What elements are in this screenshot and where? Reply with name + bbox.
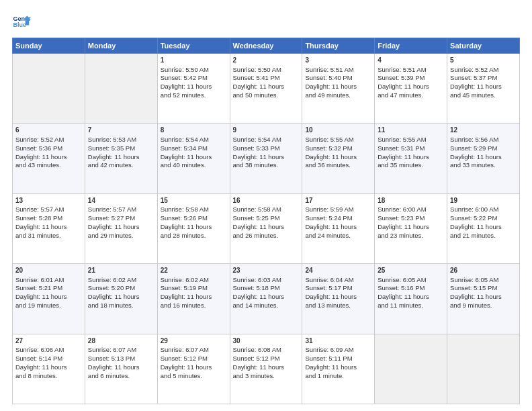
day-number: 12 bbox=[450, 126, 517, 135]
day-number: 3 bbox=[305, 56, 371, 65]
day-number: 10 bbox=[305, 126, 371, 135]
day-cell: 2Sunrise: 5:50 AMSunset: 5:41 PMDaylight… bbox=[230, 54, 302, 124]
day-cell: 11Sunrise: 5:55 AMSunset: 5:31 PMDayligh… bbox=[375, 124, 447, 193]
week-row-2: 6Sunrise: 5:52 AMSunset: 5:36 PMDaylight… bbox=[13, 124, 520, 193]
day-cell: 4Sunrise: 5:51 AMSunset: 5:39 PMDaylight… bbox=[375, 54, 447, 124]
day-cell: 20Sunrise: 6:01 AMSunset: 5:21 PMDayligh… bbox=[13, 264, 85, 334]
day-number: 7 bbox=[88, 126, 154, 135]
weekday-tuesday: Tuesday bbox=[157, 38, 230, 54]
day-cell: 14Sunrise: 5:57 AMSunset: 5:27 PMDayligh… bbox=[85, 193, 157, 263]
day-cell bbox=[447, 334, 520, 404]
day-number: 9 bbox=[233, 126, 300, 135]
day-number: 6 bbox=[15, 126, 82, 135]
week-row-5: 27Sunrise: 6:06 AMSunset: 5:14 PMDayligh… bbox=[13, 334, 520, 404]
day-number: 8 bbox=[161, 126, 227, 135]
day-number: 1 bbox=[161, 56, 227, 65]
day-number: 14 bbox=[88, 196, 154, 205]
day-cell: 31Sunrise: 6:09 AMSunset: 5:11 PMDayligh… bbox=[302, 334, 375, 404]
day-cell: 16Sunrise: 5:58 AMSunset: 5:25 PMDayligh… bbox=[230, 193, 302, 263]
day-number: 2 bbox=[233, 56, 300, 65]
week-row-1: 1Sunrise: 5:50 AMSunset: 5:42 PMDaylight… bbox=[13, 54, 520, 124]
day-number: 30 bbox=[233, 336, 300, 346]
day-cell: 26Sunrise: 6:05 AMSunset: 5:15 PMDayligh… bbox=[447, 264, 520, 334]
day-cell: 15Sunrise: 5:58 AMSunset: 5:26 PMDayligh… bbox=[157, 193, 230, 263]
day-cell: 18Sunrise: 6:00 AMSunset: 5:23 PMDayligh… bbox=[375, 193, 447, 263]
weekday-wednesday: Wednesday bbox=[230, 38, 302, 54]
day-cell: 28Sunrise: 6:07 AMSunset: 5:13 PMDayligh… bbox=[85, 334, 157, 404]
day-number: 16 bbox=[233, 196, 300, 205]
day-number: 11 bbox=[378, 126, 444, 135]
day-number: 28 bbox=[88, 336, 154, 346]
weekday-thursday: Thursday bbox=[302, 38, 375, 54]
day-cell bbox=[375, 334, 447, 404]
day-cell: 27Sunrise: 6:06 AMSunset: 5:14 PMDayligh… bbox=[13, 334, 85, 404]
day-cell bbox=[13, 54, 85, 124]
day-cell: 22Sunrise: 6:02 AMSunset: 5:19 PMDayligh… bbox=[157, 264, 230, 334]
weekday-friday: Friday bbox=[375, 38, 447, 54]
day-cell: 25Sunrise: 6:05 AMSunset: 5:16 PMDayligh… bbox=[375, 264, 447, 334]
day-cell: 7Sunrise: 5:53 AMSunset: 5:35 PMDaylight… bbox=[85, 124, 157, 193]
weekday-monday: Monday bbox=[85, 38, 157, 54]
day-cell: 29Sunrise: 6:07 AMSunset: 5:12 PMDayligh… bbox=[157, 334, 230, 404]
weekday-sunday: Sunday bbox=[13, 38, 85, 54]
page: General Blue SundayMondayTuesdayWednesda… bbox=[0, 0, 532, 411]
day-cell: 23Sunrise: 6:03 AMSunset: 5:18 PMDayligh… bbox=[230, 264, 302, 334]
day-cell: 13Sunrise: 5:57 AMSunset: 5:28 PMDayligh… bbox=[13, 193, 85, 263]
day-number: 31 bbox=[305, 336, 371, 346]
day-cell: 3Sunrise: 5:51 AMSunset: 5:40 PMDaylight… bbox=[302, 54, 375, 124]
day-number: 24 bbox=[305, 266, 371, 275]
week-row-3: 13Sunrise: 5:57 AMSunset: 5:28 PMDayligh… bbox=[13, 193, 520, 263]
day-cell: 30Sunrise: 6:08 AMSunset: 5:12 PMDayligh… bbox=[230, 334, 302, 404]
day-number: 23 bbox=[233, 266, 300, 275]
day-number: 22 bbox=[161, 266, 227, 275]
day-cell bbox=[85, 54, 157, 124]
day-cell: 9Sunrise: 5:54 AMSunset: 5:33 PMDaylight… bbox=[230, 124, 302, 193]
day-number: 13 bbox=[15, 196, 82, 205]
day-number: 26 bbox=[450, 266, 517, 275]
calendar-table: SundayMondayTuesdayWednesdayThursdayFrid… bbox=[12, 38, 520, 404]
day-cell: 24Sunrise: 6:04 AMSunset: 5:17 PMDayligh… bbox=[302, 264, 375, 334]
day-number: 21 bbox=[88, 266, 154, 275]
day-number: 25 bbox=[378, 266, 444, 275]
day-number: 4 bbox=[378, 56, 444, 65]
day-number: 19 bbox=[450, 196, 517, 205]
day-cell: 1Sunrise: 5:50 AMSunset: 5:42 PMDaylight… bbox=[157, 54, 230, 124]
day-number: 5 bbox=[450, 56, 517, 65]
day-number: 20 bbox=[15, 266, 82, 275]
weekday-saturday: Saturday bbox=[447, 38, 520, 54]
weekday-header-row: SundayMondayTuesdayWednesdayThursdayFrid… bbox=[13, 38, 520, 54]
header: General Blue bbox=[12, 12, 520, 31]
day-number: 18 bbox=[378, 196, 444, 205]
day-number: 27 bbox=[15, 336, 82, 346]
logo: General Blue bbox=[12, 12, 34, 31]
day-number: 17 bbox=[305, 196, 371, 205]
week-row-4: 20Sunrise: 6:01 AMSunset: 5:21 PMDayligh… bbox=[13, 264, 520, 334]
day-cell: 5Sunrise: 5:52 AMSunset: 5:37 PMDaylight… bbox=[447, 54, 520, 124]
day-cell: 12Sunrise: 5:56 AMSunset: 5:29 PMDayligh… bbox=[447, 124, 520, 193]
day-cell: 10Sunrise: 5:55 AMSunset: 5:32 PMDayligh… bbox=[302, 124, 375, 193]
day-number: 15 bbox=[161, 196, 227, 205]
logo-icon: General Blue bbox=[12, 12, 31, 31]
day-cell: 17Sunrise: 5:59 AMSunset: 5:24 PMDayligh… bbox=[302, 193, 375, 263]
day-cell: 21Sunrise: 6:02 AMSunset: 5:20 PMDayligh… bbox=[85, 264, 157, 334]
day-cell: 19Sunrise: 6:00 AMSunset: 5:22 PMDayligh… bbox=[447, 193, 520, 263]
svg-text:Blue: Blue bbox=[13, 21, 26, 28]
day-cell: 6Sunrise: 5:52 AMSunset: 5:36 PMDaylight… bbox=[13, 124, 85, 193]
day-number: 29 bbox=[161, 336, 227, 346]
day-cell: 8Sunrise: 5:54 AMSunset: 5:34 PMDaylight… bbox=[157, 124, 230, 193]
